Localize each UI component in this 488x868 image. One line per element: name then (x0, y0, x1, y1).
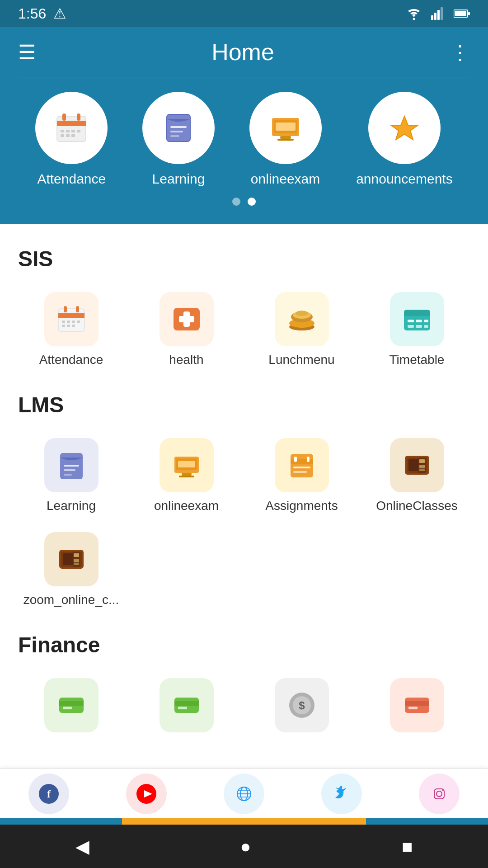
carousel-item-attendance[interactable]: Attendance (35, 92, 108, 187)
svg-rect-86 (74, 563, 79, 565)
svg-rect-66 (178, 461, 195, 467)
svg-rect-16 (61, 134, 64, 137)
app-bar: ☰ Home ⋮ (0, 27, 488, 77)
svg-rect-1 (431, 15, 433, 20)
sis-item-timetable[interactable]: Timetable (364, 285, 470, 374)
svg-rect-26 (280, 136, 291, 139)
lms-item-learning[interactable]: Learning (18, 431, 124, 520)
lms-extra-row: zoom_online_c... (18, 525, 470, 614)
finance-title: Finance (18, 632, 470, 657)
lms-item-onlineclasses[interactable]: OnlineClasses (364, 431, 470, 520)
carousel-learning-icon (142, 92, 215, 164)
carousel-item-onlineexam[interactable]: onlineexam (249, 92, 322, 187)
svg-rect-77 (419, 459, 425, 463)
more-options-button[interactable]: ⋮ (450, 41, 470, 64)
svg-rect-78 (419, 465, 425, 468)
sis-item-lunchmenu[interactable]: Lunchmenu (249, 285, 355, 374)
lms-item-zoom[interactable]: zoom_online_c... (18, 525, 124, 614)
carousel-dot-1[interactable] (232, 198, 240, 206)
carousel-announcements-label: announcements (356, 171, 453, 187)
svg-rect-72 (293, 471, 307, 473)
facebook-nav-button[interactable]: f (28, 774, 69, 814)
status-right (406, 7, 470, 20)
finance-item-1[interactable] (18, 671, 124, 746)
home-button[interactable]: ● (240, 836, 251, 857)
globe-nav-button[interactable] (224, 774, 264, 814)
timetable-icon-box (390, 292, 444, 346)
carousel-section: Attendance Learning (0, 78, 488, 224)
svg-rect-98 (408, 707, 418, 709)
svg-rect-79 (419, 469, 425, 471)
svg-rect-69 (294, 457, 297, 462)
svg-rect-92 (178, 707, 187, 709)
lms-item-assignments[interactable]: Assignments (249, 431, 355, 520)
carousel-onlineexam-icon (249, 92, 322, 164)
carousel-item-announcements[interactable]: announcements (356, 92, 453, 187)
svg-rect-70 (307, 457, 310, 462)
carousel-onlineexam-label: onlineexam (251, 171, 320, 187)
svg-rect-30 (58, 309, 84, 331)
svg-text:$: $ (299, 699, 305, 712)
lms-onlineexam-label: onlineexam (154, 499, 219, 513)
svg-rect-37 (77, 321, 80, 323)
instagram-nav-button[interactable] (419, 774, 460, 814)
status-time: 1:56 (18, 5, 46, 22)
app-title: Home (211, 38, 274, 66)
lms-assignments-icon-box (275, 438, 329, 492)
attendance-icon-box (44, 292, 99, 346)
svg-rect-91 (174, 701, 199, 706)
carousel-item-learning[interactable]: Learning (142, 92, 215, 187)
finance-item-4[interactable] (364, 671, 470, 746)
svg-rect-11 (77, 113, 80, 121)
lms-item-onlineexam[interactable]: onlineexam (133, 431, 239, 520)
svg-rect-22 (170, 131, 183, 132)
svg-rect-28 (276, 123, 296, 131)
svg-rect-71 (293, 467, 310, 468)
svg-rect-33 (76, 306, 79, 312)
svg-rect-59 (64, 465, 79, 467)
sis-item-health[interactable]: health (133, 285, 239, 374)
svg-rect-84 (74, 553, 79, 557)
svg-point-110 (429, 784, 449, 804)
svg-rect-55 (408, 325, 414, 328)
carousel-dot-2[interactable] (248, 198, 256, 206)
svg-rect-43 (179, 316, 194, 322)
svg-rect-17 (66, 134, 70, 137)
sis-item-attendance[interactable]: Attendance (18, 285, 124, 374)
carousel-items: Attendance Learning (18, 92, 470, 187)
svg-rect-31 (58, 313, 84, 318)
svg-rect-51 (404, 313, 430, 316)
carousel-dots (18, 198, 470, 206)
finance-item-3[interactable]: $ (249, 671, 355, 746)
hamburger-menu-button[interactable]: ☰ (18, 41, 36, 64)
svg-rect-18 (71, 134, 75, 137)
finance-icon-1 (44, 678, 99, 732)
battery-icon (454, 9, 470, 18)
sis-grid: Attendance health (18, 285, 470, 374)
svg-rect-8 (57, 116, 86, 142)
svg-point-48 (296, 311, 308, 316)
wifi-icon (406, 7, 422, 20)
svg-rect-12 (61, 130, 64, 132)
twitter-nav-button[interactable] (321, 774, 362, 814)
svg-rect-57 (424, 325, 428, 328)
back-button[interactable]: ◀ (75, 836, 89, 857)
sis-health-label: health (169, 353, 203, 367)
svg-marker-29 (391, 116, 418, 140)
lms-onlineclasses-label: OnlineClasses (376, 499, 458, 513)
svg-rect-65 (179, 476, 194, 477)
youtube-nav-button[interactable] (126, 774, 167, 814)
finance-icon-3: $ (275, 678, 329, 732)
lms-learning-label: Learning (47, 499, 96, 513)
lms-onlineexam-icon-box (160, 438, 214, 492)
svg-rect-2 (434, 13, 436, 20)
svg-rect-39 (67, 325, 70, 327)
alert-icon: ⚠ (53, 5, 66, 22)
carousel-learning-label: Learning (152, 171, 205, 187)
svg-rect-7 (468, 12, 470, 15)
finance-item-2[interactable] (133, 671, 239, 746)
recent-apps-button[interactable]: ■ (402, 836, 413, 857)
sis-timetable-label: Timetable (389, 353, 445, 367)
svg-rect-36 (72, 321, 75, 323)
svg-rect-68 (291, 459, 313, 464)
